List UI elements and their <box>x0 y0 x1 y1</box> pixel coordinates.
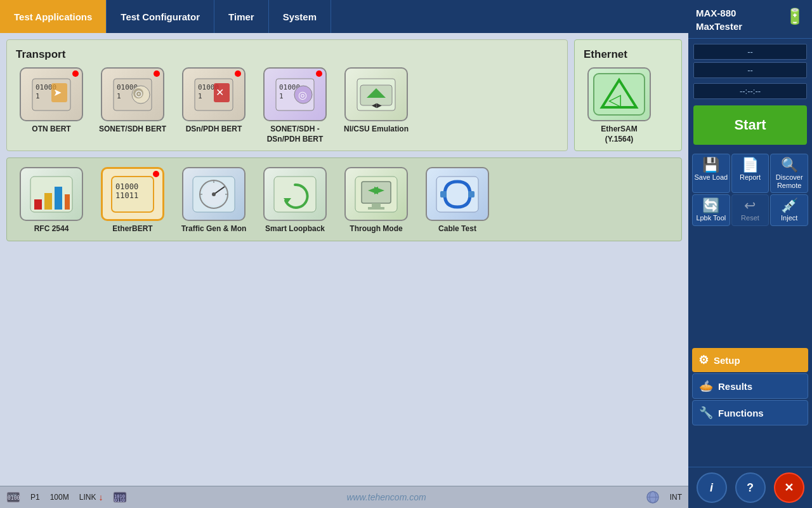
functions-label: Functions <box>718 408 764 418</box>
status-globe-icon <box>646 490 660 504</box>
tab-system[interactable]: System <box>269 0 331 33</box>
panel-icon-row: i ? ✕ <box>688 467 812 508</box>
app-tile-etherbert[interactable]: 01000 11011 EtherBERT <box>95 167 171 234</box>
save-load-button[interactable]: 💾 Save Load <box>692 154 730 193</box>
panel-buttons-grid: 💾 Save Load 📄 Report 🔍 Discover Remote 🔄… <box>688 150 812 230</box>
save-load-icon: 💾 <box>702 158 719 172</box>
app-tile-otn-bert[interactable]: 01000 1 ➤ OTN BERT <box>13 67 89 135</box>
app-tile-smart-loopback[interactable]: Smart Loopback <box>257 167 333 234</box>
reset-icon: ↩ <box>744 199 756 213</box>
panel-nav-buttons: ⚙ Setup 🥧 Results 🔧 Functions <box>688 344 812 467</box>
battery-icon: 🔋 <box>785 8 804 25</box>
app-label-etherbert: EtherBERT <box>112 224 152 234</box>
time-field: --:--:-- <box>693 83 807 99</box>
svg-text:⊙: ⊙ <box>134 88 143 99</box>
reset-button: ↩ Reset <box>731 194 769 225</box>
tab-test-configurator[interactable]: Test Configurator <box>107 0 214 33</box>
status-bar: 01001100 P1 100M LINK ↓ 10100110 www.teh… <box>0 486 688 508</box>
app-label-sonet-bert: SONET/SDH BERT <box>99 124 166 135</box>
app-tile-ethersam[interactable]: ◁ EtherSAM(Y.1564) <box>581 67 657 144</box>
svg-rect-29 <box>34 199 42 210</box>
tab-test-applications[interactable]: Test Applications <box>0 0 107 33</box>
svg-rect-49 <box>368 207 384 210</box>
discover-remote-icon: 🔍 <box>781 158 798 172</box>
transport-apps-row: 01000 1 ➤ OTN BERT <box>13 67 561 144</box>
svg-text:◎: ◎ <box>298 90 307 100</box>
status-fields: -- -- <box>688 39 812 83</box>
app-label-sonet-dsn: SONET/SDH -DSn/PDH BERT <box>267 124 324 144</box>
app-label-nicsu: NI/CSU Emulation <box>344 124 409 135</box>
svg-text:1100: 1100 <box>8 493 17 497</box>
inject-label: Inject <box>781 214 797 222</box>
status-field-1: -- <box>693 44 807 60</box>
ethernet-apps-row: ◁ EtherSAM(Y.1564) <box>581 67 675 144</box>
setup-icon: ⚙ <box>698 353 709 367</box>
svg-rect-31 <box>55 187 62 210</box>
status-link: LINK ↓ <box>79 492 103 502</box>
app-tile-through-mode[interactable]: Through Mode <box>338 167 414 234</box>
app-icon-otn-bert: 01000 1 ➤ <box>20 67 83 121</box>
svg-rect-48 <box>372 203 381 207</box>
app-icon-smart-loopback <box>263 167 327 221</box>
app-tile-sonet-dsn[interactable]: 01000 1 ◎ SONET/SDH -DSn/PDH BERT <box>257 67 333 144</box>
svg-point-40 <box>212 192 216 196</box>
report-label: Report <box>740 173 761 182</box>
tab-timer[interactable]: Timer <box>214 0 269 33</box>
reset-label: Reset <box>741 214 759 222</box>
help-button[interactable]: ? <box>735 472 766 503</box>
setup-button[interactable]: ⚙ Setup <box>692 348 808 372</box>
app-icon-traffic-gen <box>182 167 246 221</box>
app-icon-sonet-bert: 01000 1 ⊙ <box>101 67 164 121</box>
svg-rect-30 <box>44 193 52 210</box>
app-icon-ethersam: ◁ <box>587 67 651 121</box>
inject-button[interactable]: 💉 Inject <box>770 194 808 225</box>
results-label: Results <box>718 381 752 392</box>
info-button[interactable]: i <box>697 472 727 503</box>
svg-rect-54 <box>468 191 475 197</box>
status-binary-icon: 10100110 <box>113 491 127 503</box>
app-label-rfc2544: RFC 2544 <box>34 224 69 234</box>
discover-remote-button[interactable]: 🔍 Discover Remote <box>770 154 808 193</box>
svg-text:11011: 11011 <box>115 191 138 200</box>
app-label-dsn-bert: DSn/PDH BERT <box>186 124 242 135</box>
device-header: MAX-880 MaxTester 🔋 <box>688 0 812 39</box>
report-icon: 📄 <box>742 158 759 172</box>
start-button[interactable]: Start <box>693 105 807 145</box>
functions-button[interactable]: 🔧 Functions <box>692 400 808 425</box>
lpbk-tool-icon: 🔄 <box>702 199 719 213</box>
svg-text:1: 1 <box>198 92 202 100</box>
svg-text:◁: ◁ <box>608 90 621 109</box>
status-int: INT <box>670 493 682 502</box>
app-tile-nicsu[interactable]: ◀▶ NI/CSU Emulation <box>338 67 414 135</box>
app-label-cable-test: Cable Test <box>438 224 476 234</box>
app-icon-sonet-dsn: 01000 1 ◎ <box>263 67 327 121</box>
functions-icon: 🔧 <box>699 406 713 420</box>
app-tile-rfc2544[interactable]: RFC 2544 <box>13 167 89 234</box>
discover-remote-label: Discover Remote <box>772 173 806 190</box>
app-tile-traffic-gen[interactable]: Traffic Gen & Mon <box>176 167 252 234</box>
app-label-ethersam: EtherSAM(Y.1564) <box>601 124 637 144</box>
power-icon: ✕ <box>784 481 794 495</box>
svg-text:✕: ✕ <box>216 87 224 98</box>
lpbk-tool-button[interactable]: 🔄 Lpbk Tool <box>692 194 730 225</box>
results-icon: 🥧 <box>699 379 713 393</box>
info-icon: i <box>710 481 713 495</box>
svg-text:01000: 01000 <box>115 182 138 191</box>
app-label-smart-loopback: Smart Loopback <box>265 224 325 234</box>
ethernet-label: Ethernet <box>581 45 675 64</box>
app-icon-rfc2544 <box>20 167 83 221</box>
bottom-apps-row: RFC 2544 01000 11011 EtherBERT <box>13 167 675 234</box>
app-tile-sonet-bert[interactable]: 01000 1 ⊙ SONET/SDH BERT <box>95 67 171 135</box>
svg-rect-32 <box>65 194 70 210</box>
power-button[interactable]: ✕ <box>774 472 804 503</box>
results-button[interactable]: 🥧 Results <box>692 373 808 399</box>
svg-text:➤: ➤ <box>53 87 62 98</box>
app-icon-cable-test <box>426 167 489 221</box>
status-port: P1 <box>30 493 40 502</box>
main-area: Test Applications Test Configurator Time… <box>0 0 688 508</box>
report-button[interactable]: 📄 Report <box>731 154 769 193</box>
app-tile-cable-test[interactable]: Cable Test <box>419 167 495 234</box>
svg-rect-53 <box>440 191 447 197</box>
app-tile-dsn-bert[interactable]: 01000 1 ✕ DSn/PDH BERT <box>176 67 252 135</box>
status-speed: 100M <box>50 493 69 502</box>
